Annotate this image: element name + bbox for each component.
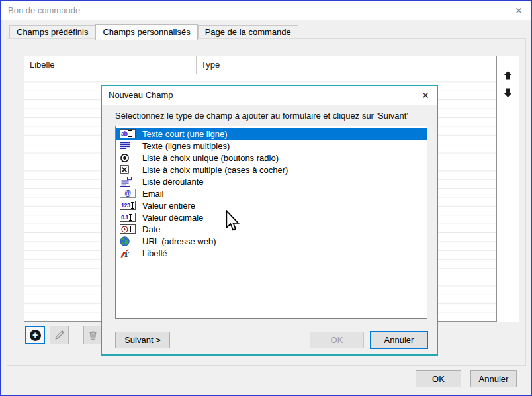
dialog-titlebar[interactable]: Nouveau Champ × bbox=[102, 86, 437, 105]
column-divider bbox=[196, 56, 197, 74]
close-icon[interactable]: × bbox=[418, 87, 433, 103]
close-icon[interactable]: × bbox=[511, 3, 527, 19]
list-item[interactable]: @ Email bbox=[116, 187, 427, 199]
list-item[interactable]: Texte (lignes multiples) bbox=[116, 140, 427, 152]
delete-field-button[interactable] bbox=[83, 326, 103, 344]
date-icon bbox=[120, 224, 137, 234]
tab-champs-personnalises[interactable]: Champs personnalisés bbox=[95, 24, 197, 40]
list-item[interactable]: T Libellé bbox=[116, 247, 427, 259]
dropdown-icon bbox=[120, 177, 137, 187]
up-arrow-icon bbox=[503, 70, 513, 81]
move-down-button[interactable] bbox=[501, 86, 514, 99]
url-icon bbox=[120, 236, 137, 246]
short-text-icon: ab bbox=[120, 129, 137, 138]
list-item[interactable]: URL (adresse web) bbox=[116, 235, 427, 247]
plus-icon: + bbox=[30, 330, 41, 341]
list-item[interactable]: 0.1 Valeur décimale bbox=[116, 211, 427, 223]
window-title: Bon de commande bbox=[8, 1, 80, 20]
down-arrow-icon bbox=[503, 87, 513, 98]
list-item[interactable]: Liste à choix multiple (cases à cocher) bbox=[116, 164, 427, 175]
tab-page-commande[interactable]: Page de la commande bbox=[198, 25, 298, 38]
email-icon: @ bbox=[120, 189, 137, 198]
column-header-libelle[interactable]: Libellé bbox=[24, 56, 55, 74]
tab-bar: Champs prédéfinis Champs personnalisés P… bbox=[9, 24, 298, 40]
edit-field-button[interactable] bbox=[50, 326, 69, 344]
cancel-button[interactable]: Annuler bbox=[470, 370, 517, 387]
pencil-icon bbox=[54, 330, 65, 341]
multiline-text-icon bbox=[120, 142, 137, 150]
dialog-instruction: Sélectionnez le type de champ à ajouter … bbox=[115, 111, 408, 121]
list-item[interactable]: 123 Valeur entière bbox=[116, 199, 427, 211]
svg-text:T: T bbox=[123, 248, 129, 258]
dialog-cancel-button[interactable]: Annuler bbox=[370, 331, 428, 349]
trash-icon bbox=[87, 330, 99, 341]
table-header: Libellé Type bbox=[24, 56, 496, 74]
column-header-type[interactable]: Type bbox=[196, 56, 220, 74]
single-choice-icon bbox=[120, 153, 137, 163]
new-field-dialog: Nouveau Champ × Sélectionnez le type de … bbox=[101, 85, 438, 356]
dialog-ok-button: OK bbox=[310, 332, 364, 348]
list-item[interactable]: Date bbox=[116, 223, 427, 235]
mouse-cursor bbox=[226, 210, 240, 231]
next-button[interactable]: Suivant > bbox=[115, 332, 170, 348]
ok-button[interactable]: OK bbox=[416, 370, 461, 387]
field-type-listbox[interactable]: ab Texte court (une ligne) Texte (lignes… bbox=[115, 126, 427, 319]
multi-choice-icon bbox=[120, 165, 137, 174]
list-item[interactable]: Liste déroulante bbox=[116, 175, 427, 187]
list-item[interactable]: ab Texte court (une ligne) bbox=[116, 128, 427, 140]
table-side-area bbox=[497, 56, 519, 322]
label-icon: T bbox=[120, 248, 137, 258]
add-field-button[interactable]: + bbox=[25, 326, 45, 344]
tab-champs-predefinis[interactable]: Champs prédéfinis bbox=[9, 25, 95, 38]
decimal-icon: 0.1 bbox=[120, 213, 137, 222]
move-up-button[interactable] bbox=[501, 69, 514, 82]
order-form-window: Bon de commande × Champs prédéfinis Cham… bbox=[0, 0, 532, 396]
dialog-title: Nouveau Champ bbox=[109, 86, 173, 105]
list-item[interactable]: Liste à choix unique (boutons radio) bbox=[116, 152, 427, 164]
window-titlebar[interactable]: Bon de commande × bbox=[1, 1, 531, 20]
integer-icon: 123 bbox=[120, 201, 137, 210]
